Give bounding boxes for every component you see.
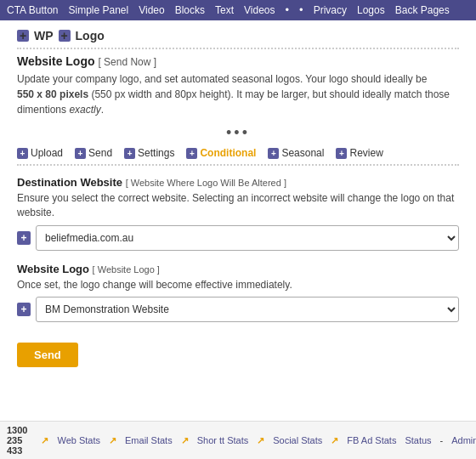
upload-label: Upload xyxy=(31,147,63,159)
nav-privacy[interactable]: Privacy xyxy=(314,4,347,16)
seasonal-label: Seasonal xyxy=(281,147,324,159)
admin-sep: - xyxy=(440,435,444,445)
web-stats-icon: ↗ xyxy=(41,435,48,446)
nav-cta-button[interactable]: CTA Button xyxy=(7,4,58,16)
review-label: Review xyxy=(349,147,382,159)
nav-logos[interactable]: Logos xyxy=(357,4,385,16)
wp-label: WP xyxy=(34,29,54,42)
nav-video[interactable]: Video xyxy=(139,4,164,16)
website-logo-field-tag: [ Website Logo ] xyxy=(93,264,160,275)
toolbar-review[interactable]: + Review xyxy=(336,147,382,159)
email-stats-icon: ↗ xyxy=(109,435,116,446)
toolbar-conditional[interactable]: + Conditional xyxy=(186,147,256,159)
website-logo-section: Website Logo [ Send Now ] Update your co… xyxy=(17,54,459,117)
social-stats-icon: ↗ xyxy=(257,435,264,446)
nav-text[interactable]: Text xyxy=(215,4,234,16)
wp-logo-header: + WP + Logo xyxy=(17,29,459,42)
nav-back-pages[interactable]: Back Pages xyxy=(395,4,450,16)
nav-videos[interactable]: Videos xyxy=(244,4,275,16)
status-link[interactable]: Status xyxy=(405,435,431,445)
wp-plus-icon: + xyxy=(17,30,29,42)
send-label: Send xyxy=(88,147,112,159)
website-logo-description: Update your company logo, and set automa… xyxy=(17,71,459,117)
fb-stats-icon: ↗ xyxy=(331,435,338,446)
short-stats-icon: ↗ xyxy=(181,435,189,446)
destination-website-desc: Ensure you select the correct website. S… xyxy=(17,191,459,220)
email-stats-link[interactable]: Email Stats xyxy=(125,435,173,445)
toolbar-seasonal[interactable]: + Seasonal xyxy=(268,147,324,159)
settings-plus-icon: + xyxy=(124,148,135,159)
nav-dot-1: • xyxy=(286,3,290,16)
review-plus-icon: + xyxy=(336,148,347,159)
send-plus-icon: + xyxy=(75,148,86,159)
form-section: Destination Website [ Website Where Logo… xyxy=(17,176,459,367)
seasonal-plus-icon: + xyxy=(268,148,279,159)
website-logo-plus-icon: + xyxy=(17,303,31,316)
short-stats-link[interactable]: Shor tt Stats xyxy=(197,435,249,445)
logo-plus-icon: + xyxy=(59,30,71,42)
destination-website-row: + beliefmedia.com.au example.com testsit… xyxy=(17,225,459,251)
nav-blocks[interactable]: Blocks xyxy=(175,4,205,16)
nav-dot-2: • xyxy=(299,3,303,16)
upload-plus-icon: + xyxy=(17,148,28,159)
website-logo-group: Website Logo [ Website Logo ] Once set, … xyxy=(17,263,459,323)
logo-label: Logo xyxy=(76,29,105,42)
destination-website-select[interactable]: beliefmedia.com.au example.com testsite.… xyxy=(36,225,459,251)
destination-plus-icon: + xyxy=(17,231,31,245)
web-stats-link[interactable]: Web Stats xyxy=(57,435,100,445)
phone-number: 1300 235 433 xyxy=(7,425,27,456)
top-navigation: CTA Button Simple Panel Video Blocks Tex… xyxy=(0,0,476,20)
website-logo-select[interactable]: BM Demonstration Website Main Website Se… xyxy=(36,297,459,322)
main-content: + WP + Logo Website Logo [ Send Now ] Up… xyxy=(0,20,476,376)
destination-website-tag: [ Website Where Logo Will Be Altered ] xyxy=(126,178,286,188)
divider-1 xyxy=(17,48,459,49)
website-logo-field-label: Website Logo [ Website Logo ] xyxy=(17,263,459,275)
conditional-plus-icon: + xyxy=(186,148,197,159)
nav-simple-panel[interactable]: Simple Panel xyxy=(68,4,128,16)
toolbar-upload[interactable]: + Upload xyxy=(17,147,63,159)
bottom-bar: 1300 235 433 ↗ Web Stats ↗ Email Stats ↗… xyxy=(0,421,476,459)
fb-stats-link[interactable]: FB Ad Stats xyxy=(347,435,396,445)
three-dots-separator: ••• xyxy=(17,124,459,142)
social-stats-link[interactable]: Social Stats xyxy=(273,435,322,445)
destination-website-group: Destination Website [ Website Where Logo… xyxy=(17,176,459,251)
website-logo-row: + BM Demonstration Website Main Website … xyxy=(17,297,459,322)
website-logo-field-desc: Once set, the logo change will become ef… xyxy=(17,278,459,292)
toolbar-settings[interactable]: + Settings xyxy=(124,147,174,159)
divider-2 xyxy=(17,164,459,166)
send-button[interactable]: Send xyxy=(17,343,78,367)
toolbar-send[interactable]: + Send xyxy=(75,147,112,159)
conditional-label: Conditional xyxy=(200,147,256,159)
settings-label: Settings xyxy=(138,147,174,159)
website-logo-tag: [ Send Now ] xyxy=(98,56,156,68)
action-toolbar: + Upload + Send + Settings + Conditional… xyxy=(17,147,459,159)
website-logo-heading: Website Logo [ Send Now ] xyxy=(17,54,459,68)
destination-website-label: Destination Website [ Website Where Logo… xyxy=(17,176,459,189)
admin-link[interactable]: Admin xyxy=(451,435,476,445)
